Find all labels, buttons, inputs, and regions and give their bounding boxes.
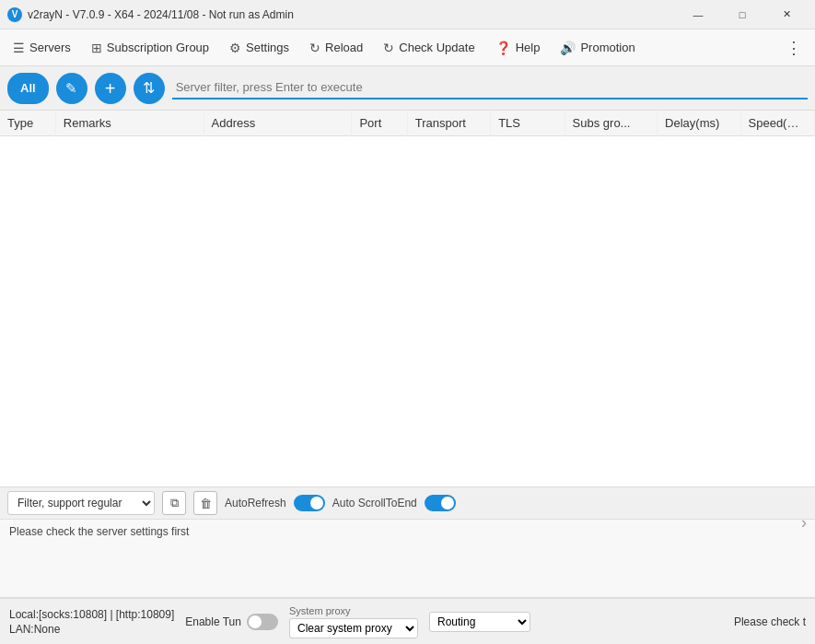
- col-transport: Transport: [407, 111, 490, 136]
- menu-subscription-label: Subscription Group: [107, 41, 209, 54]
- menu-reload-label: Reload: [325, 41, 363, 54]
- col-type: Type: [0, 111, 55, 136]
- all-button[interactable]: All: [7, 73, 49, 104]
- table-header-row: Type Remarks Address Port Transport TLS …: [0, 111, 815, 136]
- subscription-icon: ⊞: [91, 41, 102, 55]
- system-proxy-group: System proxy Clear system proxy: [289, 605, 418, 638]
- col-speed: Speed(M...: [740, 111, 814, 136]
- status-info: Local:[socks:10808] | [http:10809] LAN:N…: [9, 608, 174, 636]
- auto-refresh-toggle[interactable]: [294, 495, 325, 511]
- menu-check-update-label: Check Update: [399, 41, 474, 54]
- edit-button[interactable]: ✎: [56, 73, 87, 104]
- menu-reload[interactable]: ↻ Reload: [300, 37, 372, 59]
- menu-help[interactable]: ❓ Help: [486, 37, 550, 59]
- menu-promotion[interactable]: 🔊 Promotion: [551, 37, 644, 59]
- maximize-button[interactable]: □: [721, 0, 763, 29]
- enable-tun-toggle[interactable]: [247, 614, 278, 630]
- log-message: Please check the server settings first: [9, 525, 189, 538]
- log-filter-select[interactable]: Filter, support regular: [7, 491, 155, 515]
- menu-servers-label: Servers: [29, 41, 71, 54]
- title-text: v2rayN - V7.0.9 - X64 - 2024/11/08 - Not…: [28, 8, 677, 21]
- col-tls: TLS: [491, 111, 565, 136]
- log-copy-button[interactable]: ⧉: [162, 491, 186, 515]
- enable-tun-group: Enable Tun: [185, 614, 278, 630]
- server-table-container: Type Remarks Address Port Transport TLS …: [0, 111, 815, 487]
- lan-info: LAN:None: [9, 623, 174, 636]
- menu-servers[interactable]: ☰ Servers: [4, 37, 80, 59]
- log-area: Filter, support regular ⧉ 🗑 AutoRefresh …: [0, 487, 815, 598]
- enable-tun-label: Enable Tun: [185, 615, 241, 628]
- menu-subscription-group[interactable]: ⊞ Subscription Group: [82, 37, 218, 59]
- status-bar: Local:[socks:10808] | [http:10809] LAN:N…: [0, 598, 815, 644]
- routing-select[interactable]: Routing: [429, 612, 530, 632]
- check-update-icon: ↻: [383, 41, 394, 55]
- please-check-text: Please check t: [734, 615, 806, 628]
- auto-scroll-label: Auto ScrollToEnd: [332, 497, 417, 509]
- menu-promotion-label: Promotion: [580, 41, 635, 54]
- search-input[interactable]: [172, 76, 808, 100]
- menu-check-update[interactable]: ↻ Check Update: [374, 37, 483, 59]
- server-table: Type Remarks Address Port Transport TLS …: [0, 111, 815, 136]
- split-button[interactable]: ⇅: [134, 73, 165, 104]
- auto-scroll-toggle[interactable]: [425, 495, 456, 511]
- log-toolbar: Filter, support regular ⧉ 🗑 AutoRefresh …: [0, 487, 815, 520]
- auto-refresh-label: AutoRefresh: [225, 497, 286, 509]
- close-button[interactable]: ✕: [765, 0, 808, 29]
- col-subs: Subs gro...: [565, 111, 658, 136]
- menu-settings-label: Settings: [246, 41, 289, 54]
- col-remarks: Remarks: [55, 111, 204, 136]
- menu-bar: ☰ Servers ⊞ Subscription Group ⚙ Setting…: [0, 29, 815, 66]
- toolbar: All ✎ + ⇅: [0, 66, 815, 111]
- app-icon: V: [7, 7, 22, 22]
- add-button[interactable]: +: [95, 73, 126, 104]
- col-address: Address: [204, 111, 352, 136]
- add-icon: +: [105, 79, 116, 98]
- settings-icon: ⚙: [229, 41, 241, 55]
- log-content: Please check the server settings first: [0, 520, 815, 597]
- log-scroll-right-button[interactable]: ›: [797, 514, 811, 531]
- menu-settings[interactable]: ⚙ Settings: [220, 37, 298, 59]
- reload-icon: ↻: [309, 41, 320, 55]
- trash-icon: 🗑: [200, 497, 212, 510]
- servers-icon: ☰: [13, 41, 25, 55]
- help-icon: ❓: [495, 41, 511, 55]
- copy-icon: ⧉: [170, 496, 179, 510]
- promotion-icon: 🔊: [560, 41, 576, 55]
- minimize-button[interactable]: —: [677, 0, 719, 29]
- menu-help-label: Help: [516, 41, 541, 54]
- col-port: Port: [352, 111, 407, 136]
- log-clear-button[interactable]: 🗑: [193, 491, 217, 515]
- menu-more-button[interactable]: ⋮: [776, 34, 811, 62]
- col-delay: Delay(ms): [658, 111, 740, 136]
- status-right: Please check t: [734, 615, 806, 628]
- edit-icon: ✎: [65, 80, 77, 97]
- system-proxy-label: System proxy: [289, 605, 418, 616]
- window-controls: — □ ✕: [677, 0, 808, 29]
- system-proxy-select[interactable]: Clear system proxy: [289, 618, 418, 638]
- local-info: Local:[socks:10808] | [http:10809]: [9, 608, 174, 621]
- split-icon: ⇅: [143, 79, 155, 97]
- title-bar: V v2rayN - V7.0.9 - X64 - 2024/11/08 - N…: [0, 0, 815, 29]
